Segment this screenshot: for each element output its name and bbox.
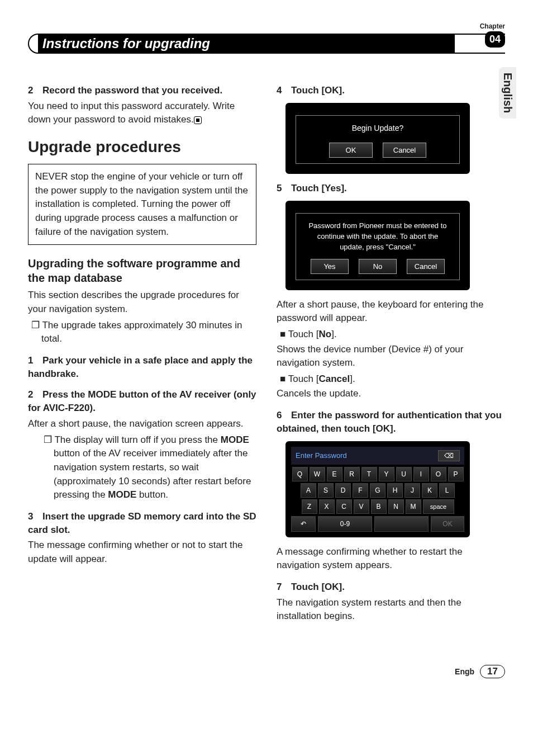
key-j[interactable]: J [404, 483, 420, 498]
screenshot-keyboard: Enter Password ⌫ Q W E R T Y U I O P A [285, 441, 470, 537]
keyboard-title: Enter Password [296, 451, 347, 460]
ok-button[interactable]: OK [329, 143, 373, 158]
key-i[interactable]: I [413, 467, 429, 481]
key-y[interactable]: Y [379, 467, 394, 481]
footer-lang: Engb [455, 667, 474, 676]
key-s[interactable]: S [318, 483, 334, 498]
key-u[interactable]: U [396, 467, 412, 481]
right-column: 4Touch [OK]. Begin Update? OK Cancel 5To… [277, 76, 505, 626]
step-2-mode-body: After a short pause, the navigation scre… [28, 417, 256, 431]
heading-upgrade-procedures: Upgrade procedures [28, 138, 256, 156]
page-footer: Engb 17 [28, 665, 505, 678]
cancel-button[interactable]: Cancel [407, 259, 445, 274]
key-n[interactable]: N [388, 499, 404, 514]
step-2-mode: 2Press the MODE button of the AV receive… [28, 388, 256, 415]
keyboard-row-3: Z X C V B N M space [291, 499, 464, 514]
key-w[interactable]: W [310, 467, 325, 481]
stop-icon [194, 116, 202, 124]
yes-button[interactable]: Yes [311, 259, 349, 274]
backspace-icon[interactable]: ⌫ [438, 450, 460, 461]
key-x[interactable]: X [319, 499, 335, 514]
cancel-button[interactable]: Cancel [383, 143, 426, 158]
step-7-body: The navigation system restarts and then … [277, 596, 505, 623]
touch-cancel-desc: Cancels the update. [277, 387, 505, 401]
key-v[interactable]: V [354, 499, 369, 514]
touch-no-bullet: Touch [No]. [277, 328, 505, 342]
left-column: 2Record the password that you received. … [28, 76, 256, 626]
key-r[interactable]: R [344, 467, 360, 481]
step-1-park: 1Park your vehicle in a safe place and a… [28, 354, 256, 381]
note-time: The upgrade takes approximately 30 minut… [28, 319, 256, 346]
chapter-label: Chapter [480, 22, 505, 30]
key-a[interactable]: A [301, 483, 316, 498]
intro-text: This section describes the upgrade proce… [28, 289, 256, 316]
key-numeric-mode[interactable]: 0-9 [318, 516, 372, 532]
screenshot-begin-update: Begin Update? OK Cancel [285, 103, 470, 174]
section-title: Instructions for upgrading [38, 34, 455, 54]
key-h[interactable]: H [387, 483, 403, 498]
key-space[interactable]: space [423, 499, 454, 514]
key-o[interactable]: O [431, 467, 446, 481]
ok-key[interactable]: OK [431, 516, 464, 532]
key-z[interactable]: Z [302, 499, 317, 514]
touch-cancel-bullet: Touch [Cancel]. [277, 372, 505, 386]
warning-box: NEVER stop the engine of your vehicle or… [28, 164, 256, 245]
chapter-number: 04 [485, 31, 505, 48]
key-d[interactable]: D [335, 483, 351, 498]
key-f[interactable]: F [353, 483, 368, 498]
step-4-touch-ok: 4Touch [OK]. [277, 84, 505, 97]
key-e[interactable]: E [327, 467, 342, 481]
page-number: 17 [480, 665, 505, 678]
undo-icon[interactable]: ↶ [291, 516, 316, 532]
key-blank[interactable] [374, 516, 429, 532]
step-2-record: 2Record the password that you received. [28, 84, 256, 97]
key-g[interactable]: G [370, 483, 386, 498]
key-k[interactable]: K [422, 483, 437, 498]
key-p[interactable]: P [448, 467, 464, 481]
step-3-insert: 3Insert the upgrade SD memory card into … [28, 510, 256, 537]
dialog-message: Begin Update? [302, 124, 454, 133]
after-keyboard-text: A message confirming whether to restart … [277, 545, 505, 573]
keyboard-row-2: A S D F G H J K L [291, 483, 464, 498]
section-title-bar: Instructions for upgrading [28, 34, 505, 54]
keyboard-row-1: Q W E R T Y U I O P [291, 467, 464, 481]
chapter-tag: Chapter 04 [480, 22, 505, 48]
step-2-mode-note: The display will turn off if you press t… [28, 433, 256, 502]
no-button[interactable]: No [359, 259, 397, 274]
touch-no-desc: Shows the device number (Device #) of yo… [277, 343, 505, 370]
key-b[interactable]: B [371, 499, 387, 514]
step-2-body: You need to input this password accurate… [28, 100, 256, 127]
key-t[interactable]: T [361, 467, 377, 481]
key-m[interactable]: M [406, 499, 421, 514]
key-l[interactable]: L [439, 483, 455, 498]
screenshot-password-prompt: Password from Pioneer must be entered to… [285, 201, 470, 290]
step-3-body: The message confirming whether or not to… [28, 538, 256, 566]
key-c[interactable]: C [336, 499, 352, 514]
step-6-enter-password: 6Enter the password for authentication t… [277, 409, 505, 436]
after-pause-text: After a short pause, the keyboard for en… [277, 298, 505, 325]
heading-upgrading-software: Upgrading the software programme and the… [28, 256, 256, 285]
key-q[interactable]: Q [292, 467, 308, 481]
step-5-touch-yes: 5Touch [Yes]. [277, 182, 505, 195]
step-7-touch-ok: 7Touch [OK]. [277, 580, 505, 594]
language-tab: English [499, 67, 516, 119]
